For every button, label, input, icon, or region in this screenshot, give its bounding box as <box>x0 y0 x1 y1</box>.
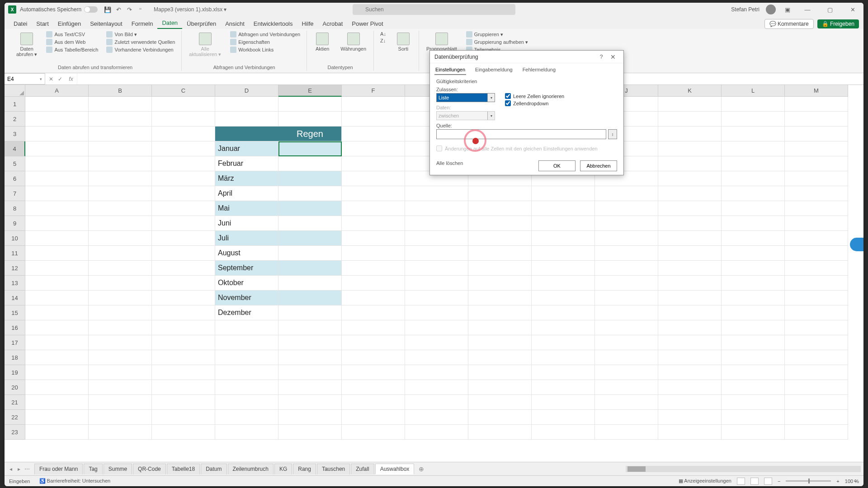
tab-einfuegen[interactable]: Einfügen <box>53 19 85 29</box>
cell[interactable] <box>215 350 278 365</box>
stocks-button[interactable]: Aktien <box>311 31 333 64</box>
cell[interactable] <box>152 335 215 350</box>
avatar[interactable] <box>766 5 776 14</box>
sheet-tab[interactable]: Zufall <box>351 464 374 474</box>
cell[interactable] <box>152 246 215 261</box>
row-23[interactable]: 23 <box>5 425 25 440</box>
cell[interactable] <box>595 186 658 201</box>
cell[interactable] <box>405 425 468 440</box>
cell[interactable] <box>658 305 722 320</box>
sort-za[interactable]: Z↓ <box>378 38 388 44</box>
row-17[interactable]: 17 <box>5 335 25 350</box>
cell[interactable] <box>342 380 405 395</box>
zoom-slider[interactable] <box>786 480 831 482</box>
col-D[interactable]: D <box>215 85 278 97</box>
sheet-tab[interactable]: Auswahlbox <box>375 464 415 474</box>
cell[interactable] <box>595 380 658 395</box>
row-13[interactable]: 13 <box>5 276 25 291</box>
cell[interactable] <box>468 425 532 440</box>
cell[interactable] <box>722 350 785 365</box>
cell[interactable] <box>342 305 405 320</box>
cell[interactable] <box>658 320 722 335</box>
cell[interactable] <box>532 261 595 276</box>
cell[interactable] <box>25 425 89 440</box>
properties[interactable]: Eigenschaften <box>228 38 302 46</box>
cell[interactable] <box>405 201 468 216</box>
cell[interactable] <box>89 365 152 380</box>
sort-button[interactable]: Sorti <box>392 31 414 64</box>
row-3[interactable]: 3 <box>5 127 25 141</box>
cell[interactable] <box>722 171 785 186</box>
cell[interactable]: Juni <box>215 216 278 231</box>
cell[interactable] <box>658 261 722 276</box>
from-image[interactable]: Von Bild ▾ <box>104 31 177 38</box>
cell[interactable] <box>342 425 405 440</box>
cell[interactable] <box>89 171 152 186</box>
cell[interactable] <box>89 97 152 112</box>
cell[interactable] <box>468 365 532 380</box>
cell[interactable] <box>342 246 405 261</box>
chevron-down-icon[interactable]: ▾ <box>40 77 42 81</box>
cell[interactable] <box>722 231 785 246</box>
cell[interactable] <box>25 246 89 261</box>
cell[interactable] <box>89 186 152 201</box>
cell[interactable] <box>152 156 215 171</box>
tab-powerpivot[interactable]: Power Pivot <box>347 19 387 29</box>
cell[interactable] <box>25 97 89 112</box>
tab-hilfe[interactable]: Hilfe <box>297 19 318 29</box>
cell[interactable] <box>278 246 342 261</box>
help-button[interactable]: ? <box>595 54 607 60</box>
qat-more-icon[interactable]: ⁼ <box>137 6 144 13</box>
cell[interactable] <box>658 410 722 425</box>
comments-button[interactable]: 💬 Kommentare <box>764 19 814 29</box>
cell[interactable] <box>405 186 468 201</box>
cell[interactable] <box>152 216 215 231</box>
hscrollbar[interactable] <box>626 466 861 472</box>
cell[interactable] <box>152 425 215 440</box>
cell[interactable] <box>785 335 848 350</box>
cell[interactable] <box>342 156 405 171</box>
tab-nav-prev[interactable]: ◂ <box>7 466 14 472</box>
cell[interactable] <box>89 410 152 425</box>
cell[interactable] <box>278 291 342 305</box>
tab-ueberpruefen[interactable]: Überprüfen <box>182 19 221 29</box>
cell[interactable] <box>468 291 532 305</box>
cell[interactable] <box>532 365 595 380</box>
cell[interactable] <box>468 186 532 201</box>
cell[interactable] <box>152 350 215 365</box>
cell[interactable]: Oktober <box>215 276 278 291</box>
cell[interactable] <box>658 350 722 365</box>
cell[interactable] <box>25 112 89 127</box>
cell[interactable] <box>468 395 532 410</box>
cell[interactable] <box>532 276 595 291</box>
cell[interactable] <box>25 261 89 276</box>
zoom-out[interactable]: − <box>778 479 780 484</box>
row-1[interactable]: 1 <box>5 97 25 112</box>
cell[interactable] <box>342 350 405 365</box>
cell[interactable] <box>785 171 848 186</box>
cell[interactable] <box>278 112 342 127</box>
cell[interactable] <box>278 141 342 156</box>
cell[interactable] <box>722 380 785 395</box>
cell[interactable] <box>342 127 405 141</box>
cell[interactable] <box>25 395 89 410</box>
side-badge[interactable] <box>850 238 863 251</box>
filename[interactable]: Mappe3 (version 1).xlsb.xlsx ▾ <box>154 6 226 13</box>
cell[interactable] <box>468 410 532 425</box>
cell[interactable] <box>722 335 785 350</box>
cell[interactable] <box>342 395 405 410</box>
cell[interactable] <box>595 410 658 425</box>
cell[interactable] <box>89 261 152 276</box>
cell[interactable] <box>468 320 532 335</box>
cell[interactable] <box>152 305 215 320</box>
cell[interactable] <box>658 231 722 246</box>
cell[interactable] <box>342 276 405 291</box>
cell[interactable] <box>468 335 532 350</box>
clear-all-link[interactable]: Alle löschen <box>436 160 463 171</box>
cell[interactable] <box>405 335 468 350</box>
cell[interactable] <box>89 156 152 171</box>
cell[interactable] <box>342 201 405 216</box>
sheet-tab[interactable]: Rang <box>293 464 316 474</box>
cell[interactable]: Juli <box>215 231 278 246</box>
cell[interactable] <box>152 410 215 425</box>
